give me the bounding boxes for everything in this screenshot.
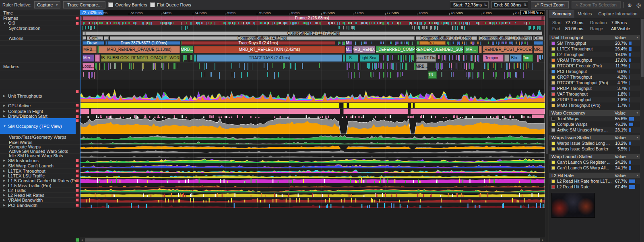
row-track-idle-sm-unused[interactable] bbox=[80, 154, 545, 158]
row-label-unit-throughputs[interactable]: ▶Unit Throughputs bbox=[0, 89, 76, 103]
row-color-indicator[interactable] bbox=[76, 164, 79, 167]
row-label-vtg-warps[interactable]: Vertex/Tess/Geometry Warps bbox=[0, 134, 76, 140]
metric-row[interactable]: ZROP Throughput1.8% bbox=[549, 97, 640, 102]
row-track-l2-read-hit[interactable] bbox=[80, 193, 545, 198]
expander-icon[interactable]: ▶ bbox=[3, 94, 6, 98]
timeline-bar[interactable]: MRB_RENDER_OPAQUE (1.13ms) bbox=[99, 46, 180, 53]
timeline-bar[interactable]: MRB_SUBBLOCK_RENDER_OPAQUE_WORL... bbox=[101, 54, 180, 62]
row-color-indicator[interactable] bbox=[76, 22, 79, 25]
metric-row[interactable]: Warps Issue Stalled Long ...18.2% bbox=[549, 140, 640, 146]
row-label-markers-2[interactable] bbox=[0, 54, 76, 63]
timeline-bar-fragment[interactable] bbox=[80, 16, 82, 20]
row-color-indicator[interactable] bbox=[76, 90, 79, 93]
metric-row[interactable]: RTCORE Execute (Pro)11.7% bbox=[549, 63, 640, 69]
timeline-bar[interactable]: Ton... bbox=[523, 54, 533, 62]
row-track-synchronization[interactable] bbox=[80, 25, 545, 31]
section-collapse-icon[interactable]: ▾ bbox=[634, 136, 638, 139]
row-track-time[interactable]: 73ms73.5ms74ms74.5ms75ms75.5ms76ms76.5ms… bbox=[80, 10, 545, 16]
row-track-vtg-warps[interactable] bbox=[80, 134, 545, 140]
timeline-bar[interactable]: MRB... bbox=[181, 46, 193, 53]
timeline-bar[interactable]: ... bbox=[83, 36, 86, 40]
row-color-indicator[interactable] bbox=[76, 179, 79, 182]
metric-row[interactable]: Can't Launch CS Warp All...24.1% bbox=[549, 165, 640, 171]
metric-section-header[interactable]: L2 Hit RateValue▾ bbox=[549, 173, 640, 178]
tab-capture-information[interactable]: Capture Information bbox=[595, 10, 641, 18]
horizontal-scroll-thumb[interactable] bbox=[85, 238, 540, 242]
timeline-bar-fragment[interactable] bbox=[194, 54, 196, 62]
row-track-markers-1[interactable]: MRB...MRB_RENDER_OPAQUE (1.13ms)MRB...MR… bbox=[80, 46, 545, 54]
metric-row[interactable]: Active SM Unused Warp ...23.1% bbox=[549, 127, 640, 133]
row-track-spacer[interactable] bbox=[80, 79, 545, 89]
expander-icon[interactable]: ▶ bbox=[3, 189, 6, 192]
expander-icon[interactable]: ▼ bbox=[3, 22, 6, 25]
row-label-command-buffers[interactable]: Actions bbox=[0, 36, 76, 41]
row-track-gpu-active[interactable] bbox=[80, 103, 545, 108]
row-track-l15-constant-hit[interactable] bbox=[80, 178, 545, 183]
end-time-input[interactable]: End: 80.08ms ⇅ bbox=[491, 1, 528, 8]
overlay-barriers-checkbox[interactable]: Overlay Barriers bbox=[108, 2, 147, 7]
timeline-bar[interactable]: M... bbox=[346, 41, 352, 45]
timeline-bar[interactable]: S... bbox=[346, 54, 358, 62]
row-track-l1tex-throughput[interactable] bbox=[80, 169, 545, 173]
row-label-draws[interactable] bbox=[0, 41, 76, 46]
timeline-bar[interactable]: Draw... bbox=[83, 41, 104, 45]
timeline-bar[interactable]: TRACERAYS (2.41ms) bbox=[197, 54, 342, 62]
vertical-scroll-thumb[interactable] bbox=[546, 10, 548, 154]
row-label-pci-bandwidth[interactable]: ▶PCI Bandwidth bbox=[0, 203, 76, 208]
timeline-bar[interactable]: MRB_RENDER_POST_PROCESS (... bbox=[483, 46, 533, 53]
row-label-markers-4[interactable] bbox=[0, 71, 76, 79]
row-track-compute-in-flight[interactable] bbox=[80, 108, 545, 114]
expander-icon[interactable]: ▶ bbox=[3, 174, 6, 177]
timeline-bar[interactable]: CommandBuffer 11 (0.88ms) bbox=[479, 36, 532, 40]
row-track-sm-occupancy[interactable] bbox=[80, 118, 545, 134]
section-collapse-icon[interactable]: ▾ bbox=[634, 36, 638, 39]
metric-row[interactable]: SM Throughput28.7% bbox=[549, 40, 640, 46]
row-label-l15-miss-traffic[interactable]: ▶L1.5 Miss Traffic (Pro) bbox=[0, 183, 76, 188]
tab-metrics[interactable]: Metrics bbox=[574, 10, 595, 18]
timeline-bar[interactable]: MRB... bbox=[416, 63, 427, 70]
horizontal-scrollbar[interactable]: ◂ ▸ bbox=[80, 238, 545, 242]
row-track-active-sm-unused[interactable] bbox=[80, 149, 545, 154]
row-label-sm-instructions[interactable]: ▶SM Instructions bbox=[0, 158, 76, 163]
metric-section-header[interactable]: Warps Issue StalledValue▾ bbox=[549, 135, 640, 140]
row-label-gpu-active[interactable]: ▶GPU Active bbox=[0, 103, 76, 108]
timeline-bar-fragment[interactable] bbox=[83, 31, 85, 35]
row-label-l1tex-throughput[interactable]: ▶L1TEX Throughput bbox=[0, 169, 76, 173]
row-color-indicator[interactable] bbox=[76, 109, 79, 113]
expander-icon[interactable]: ▶ bbox=[3, 198, 6, 202]
timeline-bar[interactable]: Loos... bbox=[83, 63, 94, 70]
row-label-vram-bandwidth[interactable]: ▶VRAM Bandwidth bbox=[0, 198, 76, 203]
row-track-pci-bandwidth[interactable] bbox=[80, 203, 545, 208]
row-track-compute-warps[interactable] bbox=[80, 145, 545, 149]
timeline-bar-fragment[interactable] bbox=[542, 16, 545, 20]
scroll-right-icon[interactable]: ▸ bbox=[541, 238, 545, 242]
expander-icon[interactable]: ▶ bbox=[3, 184, 6, 187]
timeline-bar[interactable]: Com... bbox=[87, 36, 103, 40]
timeline-bar[interactable]: Glass RT Dra... bbox=[416, 54, 436, 62]
flat-queue-rows-checkbox[interactable]: Flat Queue Rows bbox=[150, 2, 191, 7]
metric-row[interactable]: L2 Read Hit Rate67.4% bbox=[549, 184, 640, 190]
timeline-bar-fragment[interactable] bbox=[343, 54, 345, 62]
timeline-bar[interactable]: CommandBuffer 9 (4.82ms) bbox=[110, 36, 415, 40]
expander-icon[interactable]: ▶ bbox=[3, 204, 6, 207]
timeline-bar[interactable]: MRB_REND... bbox=[353, 46, 375, 53]
row-track-vram-bandwidth[interactable] bbox=[80, 198, 545, 203]
expander-icon[interactable]: ▶ bbox=[3, 110, 6, 113]
row-label-time[interactable]: Time bbox=[0, 10, 76, 16]
timeline-bar[interactable]: QueueSubmit 2 (11) (7.35ms) bbox=[85, 31, 542, 35]
metric-section-header[interactable]: Warp Launch StalledValue▾ bbox=[549, 154, 640, 159]
row-track-frames[interactable]: Frame 2 (26.63ms) bbox=[80, 16, 545, 21]
metric-row[interactable]: Warps Issue Stalled Barrier5.5% bbox=[549, 146, 640, 152]
row-label-sm-warp-cant-launch[interactable]: ▶SM Warp Can't Launch bbox=[0, 163, 76, 169]
section-collapse-icon[interactable]: ▾ bbox=[634, 174, 638, 177]
timeline-bar[interactable]: MR... bbox=[464, 46, 478, 53]
expander-icon[interactable]: ▶ bbox=[3, 194, 6, 197]
row-label-l15-constant-hit[interactable]: ▶L1.5 Constant Cache Hit Rates (Pro) bbox=[0, 178, 76, 183]
row-track-markers-3[interactable]: Loos...MRB... bbox=[80, 63, 545, 71]
metric-row[interactable]: VRAM Throughput17.6% bbox=[549, 57, 640, 63]
row-track-l1tex-lsu-traffic[interactable] bbox=[80, 173, 545, 178]
row-color-indicator[interactable] bbox=[76, 198, 79, 202]
metric-row[interactable]: PROP Throughput3.7% bbox=[549, 86, 640, 91]
metric-row[interactable]: RTCORE Throughput (Pro)4.1% bbox=[549, 80, 640, 86]
metric-row[interactable]: Can't Launch CS Register ...24.2% bbox=[549, 159, 640, 165]
